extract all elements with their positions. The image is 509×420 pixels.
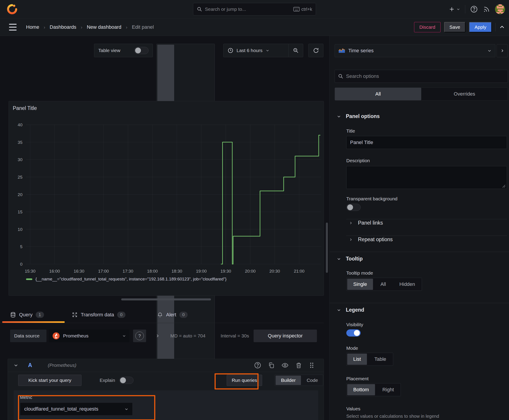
options-tabs: All Overrides	[335, 88, 508, 100]
breadcrumb-dashboards[interactable]: Dashboards	[50, 24, 76, 30]
expand-options-button[interactable]	[153, 330, 162, 342]
breadcrumb-new-dashboard[interactable]: New dashboard	[87, 24, 122, 30]
table-view-toggle[interactable]	[134, 47, 149, 54]
section-legend[interactable]: Legend	[337, 307, 364, 313]
tab-alert[interactable]: Alert 0	[157, 307, 188, 323]
explain-toggle[interactable]	[119, 377, 134, 384]
time-range-button[interactable]: Last 6 hours	[224, 48, 289, 53]
editor-tabs: Query 1 Transform data 0 Alert 0	[0, 307, 324, 323]
divider	[495, 23, 495, 31]
database-icon	[10, 312, 16, 318]
repeat-options-section[interactable]: Repeat options	[349, 236, 393, 242]
svg-text:18:00: 18:00	[147, 269, 158, 273]
user-avatar[interactable]	[495, 4, 505, 14]
drag-dots-icon	[309, 362, 315, 369]
metric-select[interactable]: cloudflared_tunnel_total_requests	[20, 403, 133, 415]
chevron-down-icon	[487, 49, 492, 53]
news-rss-button[interactable]	[483, 6, 490, 13]
legend-list-option[interactable]: List	[347, 354, 367, 365]
panel-title-input[interactable]	[346, 136, 507, 149]
top-bar: ctrl+k	[0, 0, 509, 18]
tooltip-mode-label: Tooltip mode	[346, 270, 373, 276]
visualization-picker[interactable]: Time series	[335, 44, 495, 57]
options-search-input[interactable]	[346, 73, 504, 79]
section-tooltip[interactable]: Tooltip	[337, 256, 363, 262]
time-series-panel[interactable]: Panel Title 15:3016:0016:3017:0017:3018:…	[8, 101, 324, 296]
datasource-name: Prometheus	[63, 333, 119, 338]
tooltip-all-option[interactable]: All	[374, 278, 393, 291]
discard-button[interactable]: Discard	[414, 22, 440, 32]
apply-button[interactable]: Apply	[469, 22, 492, 32]
options-search[interactable]	[335, 70, 508, 83]
tooltip-hidden-option[interactable]: Hidden	[393, 278, 422, 291]
collapse-options-button[interactable]	[499, 24, 505, 30]
duplicate-query-button[interactable]	[268, 362, 275, 369]
chevron-right-icon	[349, 221, 353, 225]
hide-query-button[interactable]	[281, 362, 289, 369]
panel-description-textarea[interactable]	[346, 166, 507, 189]
grafana-edit-panel-page: ctrl+k	[0, 0, 509, 420]
query-row-header[interactable]: A (Prometheus)	[8, 359, 324, 372]
delete-query-button[interactable]	[295, 362, 302, 369]
add-new-button[interactable]	[449, 6, 460, 12]
panel-links-section[interactable]: Panel links	[349, 220, 383, 226]
save-button[interactable]: Save	[444, 22, 466, 32]
builder-option[interactable]: Builder	[276, 375, 301, 385]
tab-transform-data[interactable]: Transform data 0	[72, 307, 125, 323]
svg-text:0: 0	[20, 262, 23, 267]
chart-legend[interactable]: {__name__="cloudflared_tunnel_total_requ…	[26, 277, 227, 282]
time-range-label: Last 6 hours	[236, 48, 263, 53]
tooltip-single-option[interactable]: Single	[347, 279, 373, 290]
placement-right-option[interactable]: Right	[376, 383, 401, 396]
refresh-button[interactable]	[308, 44, 323, 57]
zoom-out-icon	[293, 48, 299, 53]
chevron-right-icon	[156, 334, 160, 338]
help-button[interactable]	[470, 5, 478, 13]
legend-series-label[interactable]: {__name__="cloudflared_tunnel_total_requ…	[36, 277, 227, 282]
description-field-label: Description	[346, 158, 370, 163]
section-panel-options[interactable]: Panel options	[337, 113, 380, 119]
grafana-logo-icon[interactable]	[7, 4, 17, 15]
svg-text:18:30: 18:30	[171, 269, 182, 273]
transparent-bg-toggle[interactable]	[346, 204, 361, 211]
keyboard-icon	[293, 7, 300, 11]
menu-toggle-button[interactable]	[9, 24, 17, 30]
breadcrumb: Home › Dashboards › New dashboard › Edit…	[26, 18, 154, 36]
breadcrumb-home[interactable]: Home	[26, 24, 39, 30]
global-search[interactable]: ctrl+k	[193, 3, 316, 15]
code-option[interactable]: Code	[302, 375, 323, 386]
tab-query[interactable]: Query 1	[10, 307, 44, 323]
svg-text:25: 25	[18, 175, 23, 180]
run-queries-button[interactable]: Run queries	[227, 375, 262, 386]
query-help-button[interactable]	[254, 362, 261, 369]
drag-handle[interactable]	[309, 362, 315, 369]
open-visualization-list-button[interactable]	[497, 44, 508, 57]
search-input[interactable]	[205, 7, 291, 12]
pane-resize-handle[interactable]	[121, 298, 211, 300]
legend-mode-segment: List Table	[346, 353, 393, 366]
kick-start-button[interactable]: Kick start your query	[18, 375, 82, 386]
builder-code-segment: Builder Code	[275, 375, 323, 386]
vertical-scrollbar[interactable]	[326, 223, 328, 273]
chevron-right-icon	[349, 238, 353, 241]
query-inspector-button[interactable]: Query inspector	[254, 330, 317, 342]
interval-stat: Interval = 30s	[220, 330, 249, 342]
explain-label: Explain	[100, 378, 115, 383]
placement-bottom-option[interactable]: Bottom	[347, 384, 375, 395]
rss-icon	[483, 6, 490, 13]
zoom-out-button[interactable]	[289, 48, 303, 53]
datasource-picker[interactable]: Prometheus	[49, 330, 129, 342]
breadcrumb-bar: Home › Dashboards › New dashboard › Edit…	[0, 18, 509, 36]
svg-text:17:30: 17:30	[122, 269, 133, 273]
svg-text:21:00: 21:00	[294, 269, 304, 273]
legend-table-option[interactable]: Table	[368, 353, 393, 366]
legend-visibility-label: Visibility	[346, 322, 363, 327]
topbar-actions	[449, 0, 505, 18]
legend-visibility-toggle[interactable]	[346, 329, 361, 337]
datasource-help-button[interactable]: ?	[133, 330, 146, 342]
tab-overrides[interactable]: Overrides	[421, 88, 508, 100]
query-ref-id[interactable]: A	[28, 362, 32, 368]
tab-all-options[interactable]: All	[335, 88, 421, 100]
legend-values-hint: Select values or calculations to show in…	[346, 414, 439, 419]
collapse-query-chevron[interactable]	[14, 363, 18, 368]
